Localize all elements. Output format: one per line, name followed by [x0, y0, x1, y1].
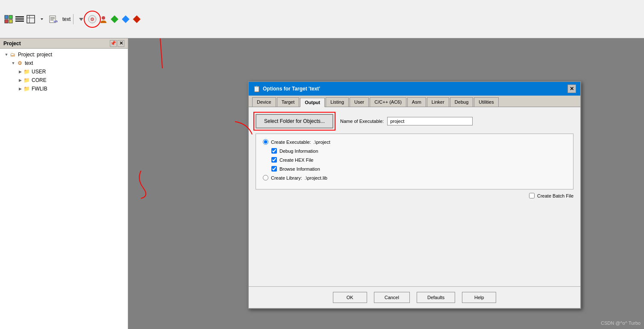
create-hex-label: Create HEX File — [279, 157, 313, 163]
user-label: USER — [32, 69, 46, 75]
tab-target[interactable]: Target — [277, 97, 300, 107]
expand-fwlib[interactable]: ▶ — [17, 86, 23, 92]
browse-info-row: Browse Information — [263, 166, 566, 172]
toolbar-icon-1[interactable] — [3, 14, 14, 24]
svg-marker-16 — [79, 18, 83, 21]
toolbar-stop-icon[interactable] — [132, 14, 142, 24]
dialog-footer: OK Cancel Defaults Help — [249, 286, 580, 308]
svg-rect-4 — [15, 16, 24, 17]
expand-text[interactable]: ▼ — [10, 60, 16, 66]
dialog-output-content: Select Folder for Objects... Name of Exe… — [249, 107, 580, 286]
tab-linker[interactable]: Linker — [427, 97, 449, 107]
watermark: CSDN @^o^ Turbo — [601, 320, 641, 326]
create-hex-row: Create HEX File — [263, 157, 566, 163]
expand-core[interactable]: ▶ — [17, 77, 23, 83]
create-batch-label: Create Batch File — [537, 193, 573, 198]
user-folder-icon: 📁 — [23, 68, 30, 75]
tree-item-core[interactable]: ▶ 📁 CORE — [15, 76, 126, 84]
tree-children-project: ▼ ⚙ text ▶ 📁 USER ▶ 📁 CORE — [2, 59, 126, 93]
toolbar-text-label: text — [62, 16, 71, 22]
tab-debug[interactable]: Debug — [450, 97, 473, 107]
tree-item-fwlib[interactable]: ▶ 📁 FWLIB — [15, 84, 126, 93]
toolbar-icon-3[interactable] — [26, 14, 36, 24]
text-folder-icon: ⚙ — [16, 60, 23, 67]
toolbar-icon-4[interactable]: LOAD — [48, 14, 58, 24]
core-folder-icon: 📁 — [23, 77, 30, 84]
toolbar-icons: LOAD text ⚙ — [3, 14, 142, 24]
svg-marker-21 — [122, 15, 129, 23]
create-library-label: Create Library: — [271, 175, 302, 181]
tree-item-text[interactable]: ▼ ⚙ text — [9, 59, 126, 67]
options-box: Create Executable: .\project Debug Infor… — [256, 134, 573, 189]
text-label: text — [25, 60, 33, 66]
cancel-button[interactable]: Cancel — [374, 292, 410, 303]
sidebar-title: Project — [3, 41, 21, 47]
svg-point-19 — [102, 16, 105, 20]
sidebar-pin-icon[interactable]: 📌 — [110, 40, 117, 47]
ok-button[interactable]: OK — [333, 292, 367, 303]
tab-asm[interactable]: Asm — [407, 97, 426, 107]
svg-line-23 — [160, 38, 162, 68]
expand-project[interactable]: ▼ — [3, 52, 9, 58]
toolbar: LOAD text ⚙ — [0, 0, 644, 38]
tab-utilities[interactable]: Utilities — [474, 97, 498, 107]
main-area: Project 📌 ✕ ▼ 🗂 Project: project ▼ ⚙ tex… — [0, 38, 644, 329]
toolbar-icon-2[interactable] — [15, 14, 25, 24]
svg-marker-22 — [133, 15, 141, 23]
svg-rect-6 — [15, 20, 24, 22]
toolbar-person-icon[interactable] — [98, 14, 109, 24]
create-library-row: Create Library: .\project.lib — [263, 175, 566, 181]
debug-info-row: Debug Information — [263, 148, 566, 154]
toolbar-wrench-icon[interactable]: ⚙ — [87, 14, 97, 24]
output-top-row: Select Folder for Objects... Name of Exe… — [256, 114, 573, 128]
tab-listing[interactable]: Listing — [326, 97, 349, 107]
toolbar-build-dropdown[interactable] — [76, 14, 86, 24]
create-library-radio[interactable] — [263, 175, 268, 181]
options-dialog: 📋 Options for Target 'text' ✕ Device Tar… — [248, 81, 581, 309]
name-executable-input[interactable] — [387, 117, 473, 125]
help-button[interactable]: Help — [462, 292, 496, 303]
create-library-value: .\project.lib — [305, 175, 327, 181]
sidebar-panel: Project 📌 ✕ ▼ 🗂 Project: project ▼ ⚙ tex… — [0, 38, 128, 329]
dialog-title: Options for Target 'text' — [263, 86, 320, 92]
tree-children-text: ▶ 📁 USER ▶ 📁 CORE ▶ 📁 FWLIB — [9, 67, 126, 93]
svg-rect-2 — [5, 20, 8, 23]
sidebar-close-icon[interactable]: ✕ — [118, 40, 124, 47]
debug-info-checkbox[interactable] — [271, 148, 277, 154]
svg-text:⚙: ⚙ — [90, 17, 94, 22]
tree-item-project[interactable]: ▼ 🗂 Project: project — [2, 50, 126, 59]
dialog-close-button[interactable]: ✕ — [568, 84, 576, 93]
tree-container: ▼ 🗂 Project: project ▼ ⚙ text ▶ 📁 USER — [0, 49, 128, 95]
tab-user[interactable]: User — [350, 97, 369, 107]
toolbar-arrow-up-icon[interactable] — [121, 14, 131, 24]
project-icon: 🗂 — [9, 51, 16, 58]
browse-info-label: Browse Information — [279, 166, 320, 172]
tab-device[interactable]: Device — [252, 97, 276, 107]
svg-marker-10 — [41, 18, 43, 20]
create-executable-value: .\project — [314, 140, 330, 145]
create-batch-checkbox[interactable] — [529, 193, 535, 198]
name-executable-label: Name of Executable: — [340, 119, 384, 124]
toolbar-diamond-green-icon[interactable] — [109, 14, 120, 24]
defaults-button[interactable]: Defaults — [417, 292, 455, 303]
select-folder-button[interactable]: Select Folder for Objects... — [256, 114, 333, 128]
svg-rect-3 — [9, 20, 12, 23]
tab-cpp[interactable]: C/C++ (AC6) — [370, 97, 406, 107]
create-hex-checkbox[interactable] — [271, 157, 277, 163]
create-executable-radio[interactable] — [263, 139, 268, 145]
name-executable-row: Name of Executable: — [340, 117, 573, 125]
tab-output[interactable]: Output — [300, 98, 325, 107]
debug-info-label: Debug Information — [279, 148, 318, 154]
core-label: CORE — [32, 77, 47, 83]
create-batch-row: Create Batch File — [256, 193, 573, 198]
sidebar-header-icons: 📌 ✕ — [110, 40, 124, 47]
sidebar-header: Project 📌 ✕ — [0, 38, 128, 49]
toolbar-icon-dropdown[interactable] — [37, 14, 47, 24]
expand-user[interactable]: ▶ — [17, 69, 23, 75]
tree-item-user[interactable]: ▶ 📁 USER — [15, 67, 126, 76]
svg-rect-0 — [5, 15, 8, 19]
svg-rect-7 — [27, 15, 35, 23]
create-executable-row: Create Executable: .\project — [263, 139, 566, 145]
browse-info-checkbox[interactable] — [271, 166, 277, 172]
content-area: 📋 Options for Target 'text' ✕ Device Tar… — [128, 38, 644, 329]
